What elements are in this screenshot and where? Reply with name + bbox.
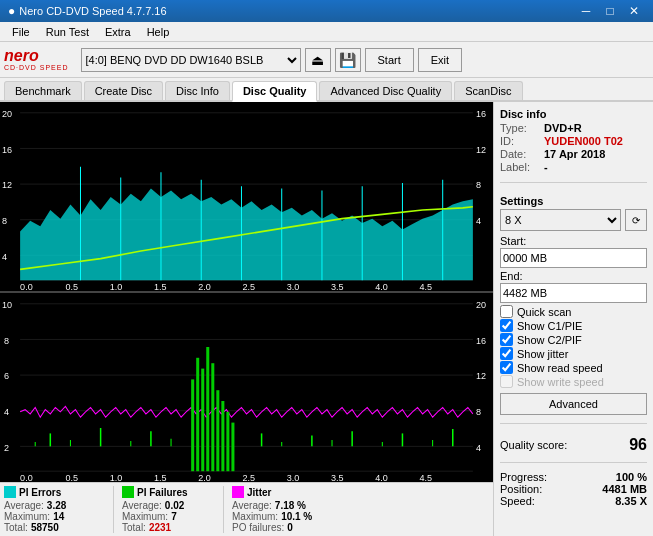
title-bar: ● Nero CD-DVD Speed 4.7.7.16 ─ □ ✕: [0, 0, 653, 22]
quick-scan-row[interactable]: Quick scan: [500, 305, 647, 318]
svg-rect-36: [0, 293, 493, 482]
pi-failures-avg-value: 0.02: [165, 500, 184, 511]
save-button[interactable]: 💾: [335, 48, 361, 72]
svg-text:4.0: 4.0: [375, 472, 388, 482]
show-read-speed-row[interactable]: Show read speed: [500, 361, 647, 374]
type-label: Type:: [500, 122, 540, 134]
quick-scan-checkbox[interactable]: [500, 305, 513, 318]
show-c2pif-row[interactable]: Show C2/PIF: [500, 333, 647, 346]
end-field[interactable]: [500, 283, 647, 303]
pi-errors-total-label: Total:: [4, 522, 28, 533]
jitter-color: [232, 486, 244, 498]
top-chart-svg: 20 16 12 8 4 16 12 8 4: [0, 102, 493, 291]
svg-text:4.5: 4.5: [420, 281, 433, 291]
svg-text:1.0: 1.0: [110, 472, 123, 482]
pi-failures-color: [122, 486, 134, 498]
nero-logo: nero CD·DVD SPEED: [4, 48, 69, 71]
pi-failures-average: Average: 0.02: [122, 500, 215, 511]
svg-text:0.0: 0.0: [20, 281, 33, 291]
maximize-button[interactable]: □: [599, 2, 621, 20]
svg-text:16: 16: [2, 143, 12, 154]
tab-benchmark[interactable]: Benchmark: [4, 81, 82, 100]
tab-scandisc[interactable]: ScanDisc: [454, 81, 522, 100]
svg-rect-61: [216, 390, 219, 471]
drive-select[interactable]: [4:0] BENQ DVD DD DW1640 BSLB: [81, 48, 301, 72]
tab-advanced-disc-quality[interactable]: Advanced Disc Quality: [319, 81, 452, 100]
tab-create-disc[interactable]: Create Disc: [84, 81, 163, 100]
show-write-speed-label: Show write speed: [517, 376, 604, 388]
end-label: End:: [500, 270, 647, 282]
pi-errors-color: [4, 486, 16, 498]
jitter-label: Jitter: [247, 487, 271, 498]
show-c2pif-checkbox[interactable]: [500, 333, 513, 346]
svg-text:12: 12: [476, 370, 486, 381]
po-failures: PO failures: 0: [232, 522, 312, 533]
speed-value: 8.35 X: [615, 495, 647, 507]
disc-date-row: Date: 17 Apr 2018: [500, 148, 647, 160]
speed-row-progress: Speed: 8.35 X: [500, 495, 647, 507]
exit-button[interactable]: Exit: [418, 48, 462, 72]
menu-extra[interactable]: Extra: [97, 24, 139, 40]
advanced-button[interactable]: Advanced: [500, 393, 647, 415]
quick-scan-label: Quick scan: [517, 306, 571, 318]
svg-text:2.0: 2.0: [198, 281, 211, 291]
svg-rect-62: [221, 401, 224, 471]
right-panel: Disc info Type: DVD+R ID: YUDEN000 T02 D…: [493, 102, 653, 536]
show-jitter-checkbox[interactable]: [500, 347, 513, 360]
svg-text:1.5: 1.5: [154, 472, 167, 482]
svg-rect-57: [196, 358, 199, 471]
svg-text:3.0: 3.0: [287, 281, 300, 291]
pi-failures-total: Total: 2231: [122, 522, 215, 533]
bottom-chart-svg: 10 8 6 4 2 20 16 12 8 4: [0, 293, 493, 482]
show-jitter-row[interactable]: Show jitter: [500, 347, 647, 360]
pi-errors-total-value: 58750: [31, 522, 59, 533]
svg-rect-56: [191, 379, 194, 471]
speed-refresh-button[interactable]: ⟳: [625, 209, 647, 231]
speed-row: 8 X ⟳: [500, 209, 647, 231]
pi-errors-header: PI Errors: [4, 486, 105, 498]
show-read-speed-checkbox[interactable]: [500, 361, 513, 374]
svg-text:16: 16: [476, 334, 486, 345]
progress-label: Progress:: [500, 471, 547, 483]
divider3: [500, 462, 647, 463]
stats-bar: PI Errors Average: 3.28 Maximum: 14 Tota…: [0, 482, 493, 536]
nero-logo-sub: CD·DVD SPEED: [4, 64, 69, 71]
pi-failures-stats: PI Failures Average: 0.02 Maximum: 7 Tot…: [114, 486, 224, 533]
svg-rect-64: [231, 423, 234, 472]
minimize-button[interactable]: ─: [575, 2, 597, 20]
svg-text:0.0: 0.0: [20, 472, 33, 482]
disc-info-title: Disc info: [500, 108, 647, 120]
pi-errors-avg-value: 3.28: [47, 500, 66, 511]
close-button[interactable]: ✕: [623, 2, 645, 20]
quality-score-label: Quality score:: [500, 439, 567, 451]
eject-button[interactable]: ⏏: [305, 48, 331, 72]
show-c1pie-checkbox[interactable]: [500, 319, 513, 332]
pi-failures-total-value: 2231: [149, 522, 171, 533]
po-failures-value: 0: [287, 522, 293, 533]
label-value: -: [544, 161, 548, 173]
jitter-stats: Jitter Average: 7.18 % Maximum: 10.1 % P…: [224, 486, 320, 533]
pi-failures-label: PI Failures: [137, 487, 188, 498]
svg-text:4: 4: [476, 441, 481, 452]
menu-file[interactable]: File: [4, 24, 38, 40]
show-c1pie-row[interactable]: Show C1/PIE: [500, 319, 647, 332]
pi-errors-maximum: Maximum: 14: [4, 511, 105, 522]
menu-run-test[interactable]: Run Test: [38, 24, 97, 40]
pi-errors-avg-label: Average:: [4, 500, 44, 511]
tab-disc-info[interactable]: Disc Info: [165, 81, 230, 100]
progress-value: 100 %: [616, 471, 647, 483]
start-field[interactable]: [500, 248, 647, 268]
position-label: Position:: [500, 483, 542, 495]
svg-text:20: 20: [476, 299, 486, 310]
settings-title: Settings: [500, 195, 647, 207]
tab-disc-quality[interactable]: Disc Quality: [232, 81, 318, 102]
speed-select[interactable]: 8 X: [500, 209, 621, 231]
svg-text:8: 8: [4, 334, 9, 345]
svg-text:2.5: 2.5: [242, 281, 255, 291]
svg-text:4.0: 4.0: [375, 281, 388, 291]
pi-errors-label: PI Errors: [19, 487, 61, 498]
top-chart: 20 16 12 8 4 16 12 8 4: [0, 102, 493, 291]
menu-bar: File Run Test Extra Help: [0, 22, 653, 42]
start-button[interactable]: Start: [365, 48, 414, 72]
menu-help[interactable]: Help: [139, 24, 178, 40]
